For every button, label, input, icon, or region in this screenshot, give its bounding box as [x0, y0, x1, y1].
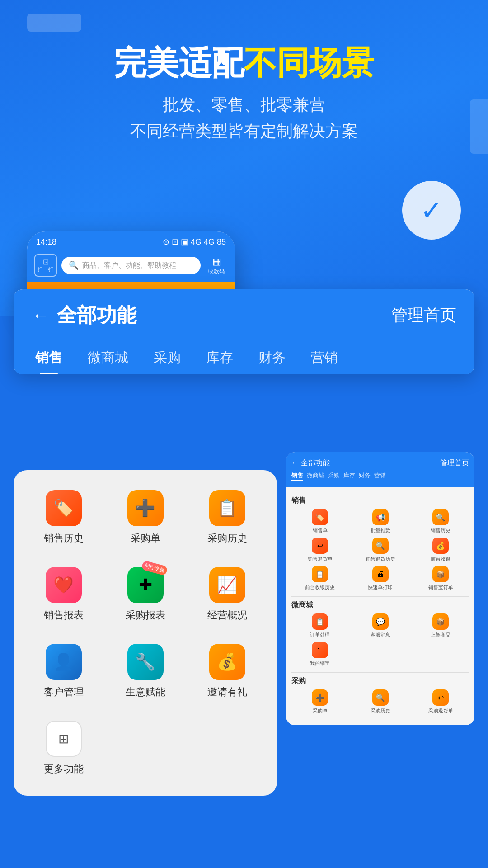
bottom-section: 🏷️ 销售历史 ➕ 采购单 📋 采购历史 ❤️ 销售报表 ✚ 同行专属 [0, 371, 488, 868]
business-overview-label: 经营概况 [207, 609, 247, 622]
func-item-business-empower[interactable]: 🔧 生意赋能 [104, 633, 186, 710]
right-tab-sales[interactable]: 销售 [291, 472, 303, 481]
func-item-purchase-report[interactable]: ✚ 同行专属 采购报表 [104, 556, 186, 633]
phone-search-bar: ⊡ 扫一扫 🔍 商品、客户、功能、帮助教程 ▦ 收款码 [27, 250, 235, 282]
sales-report-label: 销售报表 [44, 609, 84, 622]
func-item-purchase-order[interactable]: ➕ 采购单 [104, 479, 186, 556]
right-item-pos[interactable]: 💰 前台收银 [412, 538, 469, 562]
tab-sales[interactable]: 销售 [23, 341, 75, 374]
manage-homepage-link[interactable]: 管理首页 [391, 304, 456, 326]
right-pos-label: 前台收银 [431, 556, 450, 562]
scan-icon-box[interactable]: ⊡ 扫一扫 [34, 254, 57, 277]
tab-marketing[interactable]: 营销 [298, 341, 351, 374]
business-empower-label: 生意赋能 [126, 685, 165, 699]
hero-title: 完美适配不同场景 [114, 45, 374, 81]
right-phone-header: ← 全部功能 管理首页 销售 微商城 采购 库存 财务 营销 [286, 452, 474, 487]
right-item-bulk-push[interactable]: 📢 批量推款 [352, 509, 409, 534]
right-back-label[interactable]: ← 全部功能 [291, 458, 329, 468]
invite-gift-icon: 💰 [209, 644, 245, 680]
right-item-sales-return-history[interactable]: 🔍 销售退货历史 [352, 538, 409, 562]
sales-report-icon: ❤️ [46, 567, 82, 603]
phone-time: 14:18 [36, 237, 56, 247]
scan-label: 扫一扫 [38, 266, 54, 273]
business-overview-icon: 📈 [209, 567, 245, 603]
right-item-pos-history[interactable]: 📋 前台收银历史 [291, 566, 348, 591]
right-item-sales-order[interactable]: 🏷️ 销售单 [291, 509, 348, 534]
back-arrow-icon[interactable]: ← [32, 305, 50, 326]
purchase-report-icon: ✚ 同行专属 [127, 567, 164, 603]
right-section-purchase: 采购 [291, 676, 469, 686]
right-customer-msg-label: 客服消息 [371, 632, 390, 638]
right-item-customer-msg[interactable]: 💬 客服消息 [352, 613, 409, 638]
right-section-micro: 微商城 [291, 600, 469, 610]
subtitle-line1: 批发、零售、批零兼营 [130, 92, 358, 118]
func-item-more[interactable]: ⊞ 更多功能 [23, 710, 104, 787]
right-item-purchase-order[interactable]: ➕ 采购单 [291, 689, 348, 714]
right-item-order-process[interactable]: 📋 订单处理 [291, 613, 348, 638]
right-tab-purchase[interactable]: 采购 [328, 472, 340, 481]
right-tab-inventory[interactable]: 库存 [343, 472, 355, 481]
hero-subtitle: 批发、零售、批零兼营 不同经营类型皆有定制解决方案 [130, 92, 358, 144]
right-order-process-icon: 📋 [312, 613, 328, 630]
badge-exclusive: 同行专属 [141, 560, 168, 576]
purchase-report-label: 采购报表 [126, 609, 165, 622]
status-bar [27, 14, 81, 32]
right-purchase-order-label: 采购单 [313, 708, 328, 714]
right-item-sales-return[interactable]: ↩ 销售退货单 [291, 538, 348, 562]
func-item-invite-gift[interactable]: 💰 邀请有礼 [186, 633, 268, 710]
right-purchase-history-icon: 🔍 [372, 689, 389, 706]
tab-purchase[interactable]: 采购 [141, 341, 193, 374]
right-sales-return-history-icon: 🔍 [372, 538, 389, 554]
right-tab-finance[interactable]: 财务 [359, 472, 371, 481]
right-section-sales: 销售 [291, 496, 469, 505]
function-panel: ← 全部功能 管理首页 销售 微商城 采购 库存 财务 营销 [14, 289, 474, 374]
right-sales-order2-icon: 📦 [432, 566, 449, 582]
hero-title-white: 完美适配 [114, 45, 244, 81]
tab-finance[interactable]: 财务 [246, 341, 298, 374]
right-phone: ← 全部功能 管理首页 销售 微商城 采购 库存 财务 营销 销售 🏷️ 销售单 [286, 452, 474, 725]
func-item-sales-history[interactable]: 🏷️ 销售历史 [23, 479, 104, 556]
left-phone: 🏷️ 销售历史 ➕ 采购单 📋 采购历史 ❤️ 销售报表 ✚ 同行专属 [14, 470, 277, 796]
right-micro-grid: 📋 订单处理 💬 客服消息 📦 上架商品 🏷 我的销宝 [291, 613, 469, 667]
right-item-my-salesbao[interactable]: 🏷 我的销宝 [291, 642, 348, 667]
func-item-purchase-history[interactable]: 📋 采购历史 [186, 479, 268, 556]
right-header-top: ← 全部功能 管理首页 [291, 458, 469, 468]
right-purchase-return-icon: ↩ [432, 689, 449, 706]
right-pos-history-label: 前台收银历史 [305, 584, 335, 591]
search-input-mock[interactable]: 🔍 商品、客户、功能、帮助教程 [61, 257, 201, 274]
right-my-salesbao-icon: 🏷 [312, 642, 328, 658]
business-empower-icon: 🔧 [127, 644, 164, 680]
more-functions-label: 更多功能 [44, 762, 84, 776]
qr-icon-box[interactable]: ▦ 收款码 [205, 254, 228, 277]
right-item-sales-order2[interactable]: 📦 销售宝订单 [412, 566, 469, 591]
right-my-salesbao-label: 我的销宝 [310, 660, 330, 667]
right-manage-label[interactable]: 管理首页 [440, 458, 469, 468]
right-pos-icon: 💰 [432, 538, 449, 554]
right-item-purchase-return[interactable]: ↩ 采购退货单 [412, 689, 469, 714]
right-item-purchase-history[interactable]: 🔍 采购历史 [352, 689, 409, 714]
right-purchase-history-label: 采购历史 [371, 708, 390, 714]
check-circle: ✓ [402, 181, 461, 240]
tab-micro-mall[interactable]: 微商城 [75, 341, 141, 374]
right-tab-micro[interactable]: 微商城 [307, 472, 324, 481]
right-sales-order2-label: 销售宝订单 [428, 584, 453, 591]
hero-section: 完美适配不同场景 批发、零售、批零兼营 不同经营类型皆有定制解决方案 ✓ 14:… [0, 0, 488, 316]
right-bulk-push-icon: 📢 [372, 509, 389, 525]
func-item-sales-report[interactable]: ❤️ 销售报表 [23, 556, 104, 633]
right-sales-return-label: 销售退货单 [308, 556, 333, 562]
func-item-customer-mgmt[interactable]: 👤 客户管理 [23, 633, 104, 710]
tab-inventory[interactable]: 库存 [193, 341, 246, 374]
func-item-business-overview[interactable]: 📈 经营概况 [186, 556, 268, 633]
panel-tabs: 销售 微商城 采购 库存 财务 营销 [14, 341, 474, 374]
right-item-list-product[interactable]: 📦 上架商品 [412, 613, 469, 638]
right-quick-print-icon: 🖨 [372, 566, 389, 582]
right-list-product-icon: 📦 [432, 613, 449, 630]
right-bulk-push-label: 批量推款 [371, 527, 390, 534]
divider-1 [291, 596, 469, 597]
right-item-quick-print[interactable]: 🖨 快速单打印 [352, 566, 409, 591]
right-item-sales-history[interactable]: 🔍 销售历史 [412, 509, 469, 534]
right-sales-order-icon: 🏷️ [312, 509, 328, 525]
right-tab-marketing[interactable]: 营销 [374, 472, 386, 481]
more-functions-icon: ⊞ [46, 721, 82, 757]
right-purchase-order-icon: ➕ [312, 689, 328, 706]
